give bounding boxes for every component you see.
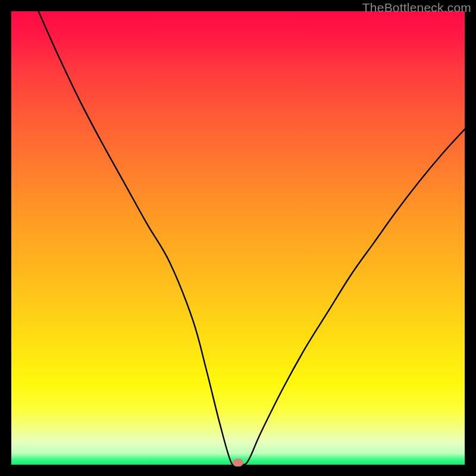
plot-area <box>11 11 465 465</box>
optimal-point-marker <box>233 459 243 466</box>
watermark-text: TheBottleneck.com <box>362 1 471 15</box>
bottleneck-curve <box>11 11 465 465</box>
chart-frame: TheBottleneck.com <box>0 0 476 476</box>
